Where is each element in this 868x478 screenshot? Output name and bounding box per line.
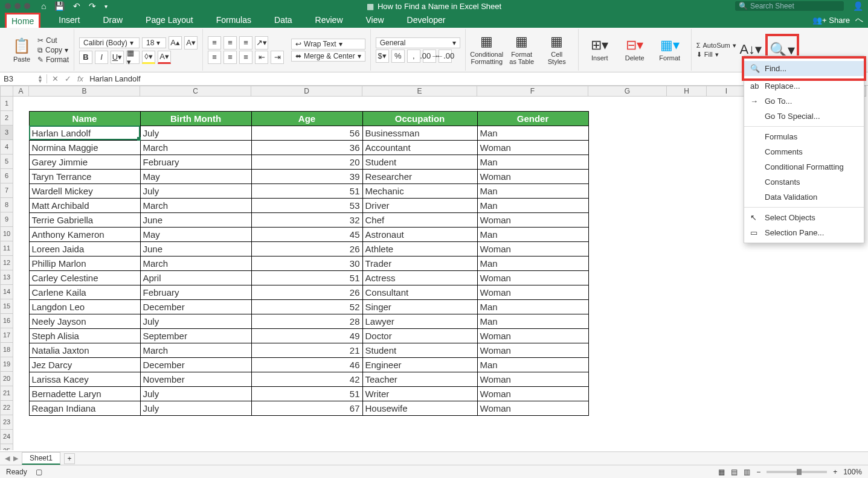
row-header-2[interactable]: 2 <box>0 111 13 126</box>
row-header-13[interactable]: 13 <box>0 270 13 285</box>
cell[interactable]: February <box>140 155 251 169</box>
row-header-22[interactable]: 22 <box>0 401 13 415</box>
zoom-level[interactable]: 100% <box>843 468 862 476</box>
cell[interactable]: 21 <box>251 343 362 357</box>
zoom-window-icon[interactable] <box>24 3 30 9</box>
format-cells-button[interactable]: ▦▾Format <box>654 38 686 61</box>
redo-icon[interactable]: ↷ <box>89 1 96 11</box>
cell[interactable]: December <box>140 299 251 314</box>
cell[interactable]: 52 <box>251 299 362 314</box>
add-sheet-button[interactable]: + <box>64 453 75 464</box>
row-header-11[interactable]: 11 <box>0 241 13 256</box>
zoom-in-icon[interactable]: + <box>833 468 837 476</box>
paste-button[interactable]: 📋 Paste <box>8 37 35 63</box>
cell[interactable]: Accountant <box>362 140 477 155</box>
header-gender[interactable]: Gender <box>477 111 588 126</box>
cell[interactable]: Man <box>477 357 588 372</box>
cell[interactable]: 39 <box>251 169 362 183</box>
cell[interactable]: Anthony Kameron <box>29 227 140 241</box>
row-header-14[interactable]: 14 <box>0 285 13 299</box>
merge-center-button[interactable]: ⬌ Merge & Center ▾ <box>291 51 365 62</box>
cell[interactable]: Student <box>362 343 477 357</box>
row-header-17[interactable]: 17 <box>0 328 13 343</box>
cell[interactable]: Langdon Leo <box>29 299 140 314</box>
cell[interactable]: Writer <box>362 386 477 401</box>
cell[interactable]: Engineer <box>362 357 477 372</box>
cell[interactable]: April <box>140 270 251 285</box>
cell[interactable]: Man <box>477 227 588 241</box>
cell[interactable]: March <box>140 343 251 357</box>
sheet-nav-prev-icon[interactable]: ◀ <box>5 454 10 462</box>
font-size-select[interactable]: 18 ▾ <box>142 37 166 48</box>
sort-filter-button[interactable]: A↓▾ <box>739 42 763 57</box>
row-header-25[interactable]: 25 <box>0 444 13 450</box>
increase-font-icon[interactable]: A▴ <box>169 36 182 49</box>
cut-button[interactable]: ✂ Cut <box>37 36 69 45</box>
view-page-layout-icon[interactable]: ▤ <box>731 468 738 476</box>
menu-cond-fmt[interactable]: Conditional Formatting <box>744 159 864 174</box>
cell[interactable]: Singer <box>362 299 477 314</box>
cell[interactable]: 49 <box>251 328 362 343</box>
number-format-select[interactable]: General ▾ <box>376 37 460 48</box>
cell[interactable]: Woman <box>477 386 588 401</box>
cell[interactable]: Man <box>477 198 588 212</box>
zoom-slider[interactable] <box>767 471 827 473</box>
cell[interactable]: Phillip Marlon <box>29 256 140 270</box>
row-header-6[interactable]: 6 <box>0 169 13 183</box>
cell[interactable]: Carlene Kaila <box>29 285 140 299</box>
user-account-icon[interactable]: 👤 <box>853 1 863 11</box>
row-header-12[interactable]: 12 <box>0 256 13 270</box>
col-header-d[interactable]: D <box>251 86 362 97</box>
tab-review[interactable]: Review <box>310 13 348 27</box>
cell[interactable]: Woman <box>477 401 588 415</box>
cell[interactable]: March <box>140 256 251 270</box>
cell[interactable]: 51 <box>251 386 362 401</box>
zoom-out-icon[interactable]: − <box>756 468 760 476</box>
cell[interactable]: December <box>140 357 251 372</box>
cell[interactable]: 36 <box>251 140 362 155</box>
header-birth-month[interactable]: Birth Month <box>140 111 251 126</box>
cell[interactable]: Garey Jimmie <box>29 155 140 169</box>
row-header-10[interactable]: 10 <box>0 227 13 241</box>
row-header-23[interactable]: 23 <box>0 415 13 430</box>
tab-insert[interactable]: Insert <box>54 13 85 27</box>
menu-formulas[interactable]: Formulas <box>744 129 864 144</box>
col-header-c[interactable]: C <box>140 86 251 97</box>
borders-button[interactable]: ▦ ▾ <box>126 51 140 64</box>
menu-goto-special[interactable]: Go To Special... <box>744 109 864 124</box>
cell[interactable]: Woman <box>477 169 588 183</box>
font-color-button[interactable]: A▾ <box>158 51 171 64</box>
close-window-icon[interactable] <box>5 3 11 9</box>
align-middle-icon[interactable]: ≡ <box>223 36 237 49</box>
sheet-tab-sheet1[interactable]: Sheet1 <box>22 452 60 465</box>
row-header-21[interactable]: 21 <box>0 386 13 401</box>
cell[interactable]: Man <box>477 299 588 314</box>
align-center-icon[interactable]: ≡ <box>223 51 237 64</box>
header-age[interactable]: Age <box>251 111 362 126</box>
increase-decimal-icon[interactable]: .00→ <box>423 49 436 63</box>
cell[interactable]: Reagan Indiana <box>29 401 140 415</box>
col-header-i[interactable]: I <box>707 86 747 97</box>
cell[interactable]: 28 <box>251 314 362 328</box>
row-header-18[interactable]: 18 <box>0 343 13 357</box>
bold-button[interactable]: B <box>79 51 92 64</box>
sheet-nav-next-icon[interactable]: ▶ <box>13 454 18 462</box>
view-normal-icon[interactable]: ▦ <box>718 468 725 476</box>
cell[interactable]: Astronaut <box>362 227 477 241</box>
menu-replace[interactable]: abReplace... <box>744 78 864 94</box>
cell[interactable]: November <box>140 372 251 386</box>
decrease-font-icon[interactable]: A▾ <box>184 36 198 49</box>
cell[interactable]: 45 <box>251 227 362 241</box>
home-icon[interactable]: ⌂ <box>41 1 46 11</box>
italic-button[interactable]: I <box>95 51 108 64</box>
tab-developer[interactable]: Developer <box>402 13 451 27</box>
cell[interactable]: Terrie Gabriella <box>29 212 140 227</box>
cell[interactable]: Woman <box>477 328 588 343</box>
menu-validation[interactable]: Data Validation <box>744 190 864 205</box>
name-box[interactable]: B3 ▲▼ <box>0 74 47 83</box>
cell[interactable]: 32 <box>251 212 362 227</box>
cell[interactable]: 51 <box>251 270 362 285</box>
cell[interactable]: Woman <box>477 343 588 357</box>
macro-record-icon[interactable]: ▢ <box>36 468 42 476</box>
wrap-text-button[interactable]: ↩ Wrap Text ▾ <box>291 39 365 49</box>
